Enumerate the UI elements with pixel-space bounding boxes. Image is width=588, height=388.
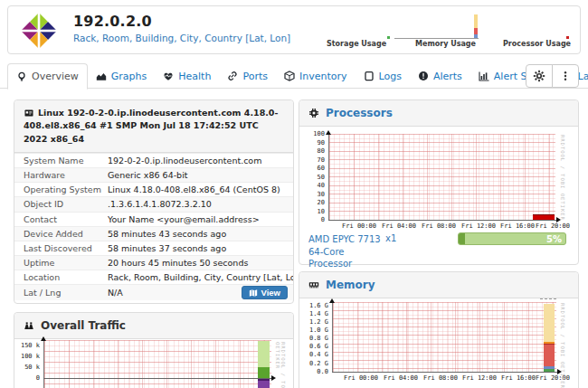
rrdtool-watermark: RRDTOOL / TOBI OETIKER [275,342,286,388]
y-tick: 0.2 G [299,360,328,367]
tab-logs[interactable]: Logs [356,63,410,89]
exclamation-circle-icon [418,71,429,81]
y-tick: 0.8 G [299,335,328,342]
table-row: ContactYour Name <your@email.address> [14,212,293,226]
row-label: Hardware [14,169,108,181]
tab-label: Inventory [299,71,347,82]
memory-icon [308,279,319,290]
rrdtool-watermark: RRDTOOL / TOBI OETIKER [560,135,565,221]
x-tick: Fri 20:00 [536,222,570,230]
lightbulb-icon [16,71,27,82]
tab-health[interactable]: Health [155,63,219,89]
x-tick: Fri 16:00 [501,374,536,382]
row-value: N/AView [108,285,293,300]
tab-label: Ports [242,71,268,82]
y-tick: 0.0 [299,368,328,375]
x-tick: Fri 04:00 [384,374,418,382]
y-tick: 0 [14,374,40,382]
y-tick: 50 [299,174,325,181]
centos-logo-icon [21,13,57,49]
area-chart-icon [96,71,107,81]
tab-alerts[interactable]: Alerts [410,63,470,89]
row-label: Device Added [14,228,108,240]
traffic-plot-area [43,340,271,388]
y-tick: 80 [299,147,325,155]
y-axis-arrow [329,298,335,303]
view-map-button[interactable]: View [242,286,288,299]
binoculars-icon [24,320,34,331]
memory-mini-bar-used [474,28,478,34]
row-value: Linux 4.18.0-408.el8.x86_64 (CentOS 8) [108,184,293,195]
row-label: Operating System [14,184,108,195]
y-tick: 1.2 G [299,318,328,326]
y-tick: 90 [299,139,325,147]
tab-inventory[interactable]: Inventory [276,63,356,89]
tab-label: Alerts [433,71,462,82]
device-toolbar [526,64,579,88]
system-info-panel: Linux 192-0-2-0.ip.linodeusercontent.com… [14,99,294,304]
y-tick: 1.6 G [299,302,328,309]
cpu-usage-progress-fill [459,233,465,244]
memory-total-line [540,298,556,299]
processors-header: Processors [299,100,578,127]
tab-label: Logs [379,71,402,82]
tab-ports[interactable]: Ports [219,63,276,89]
tab-label: Graphs [111,71,147,82]
cpu-usage-progress: 5% [458,232,566,245]
cpu-usage-percent: 5% [546,234,562,244]
row-label: System Name [14,155,108,166]
traffic-outbound-area [258,381,270,388]
row-value: 20 hours 45 minutes 50 seconds [108,257,293,269]
overall-traffic-panel: Overall Traffic 150 k 100 k 50 k 0 RRDTO… [14,312,294,388]
y-tick: 100 [299,130,325,137]
row-value: Rack, Room, Building, City, Country [Lat… [108,271,293,283]
device-location-link[interactable]: Rack, Room, Building, City, Country [Lat… [73,33,290,43]
tab-label: Overview [32,71,79,82]
x-tick: Fri 08:00 [422,222,456,230]
row-value: .1.3.6.1.4.1.8072.3.2.10 [108,198,293,210]
table-row: Last Discovered58 minutes 37 seconds ago [14,241,293,255]
bar-chart-icon [479,71,489,81]
y-tick: 1.4 G [299,310,328,317]
link-icon [227,71,238,81]
y-tick: 100 k [14,353,40,360]
address-card-icon [24,109,34,118]
table-row: LocationRack, Room, Building, City, Coun… [14,270,293,284]
row-label: Location [14,271,108,283]
processors-title[interactable]: Processors [326,107,393,119]
cpu-name-link[interactable]: AMD EPYC 7713 64-Core Processor [308,233,386,270]
tab-graphs[interactable]: Graphs [88,63,155,89]
memory-title[interactable]: Memory [326,279,375,291]
memory-panel: Memory 1.6 G 1.4 G 1.2 G 1.0 G 0.8 G 0.6… [299,271,579,388]
y-axis-arrow [326,130,331,135]
memory-plot-area [332,302,556,372]
row-label: Lat / Lng [14,287,108,298]
tab-overview[interactable]: Overview [7,63,88,90]
device-settings-button[interactable] [526,64,553,88]
cpu-icon [308,108,319,118]
x-tick: Fri 00:00 [342,222,376,230]
y-tick: 30 [299,191,325,198]
memory-cached-area [544,304,555,343]
tab-label: Health [178,71,211,82]
heartbeat-icon [163,71,174,81]
overall-traffic-title: Overall Traffic [41,319,126,332]
x-tick: Fri 16:00 [500,222,535,230]
x-tick: Fri 04:00 [382,222,416,230]
y-tick: 0 [299,216,325,223]
device-header-card: 192.0.2.0 Rack, Room, Building, City, Co… [7,5,581,54]
rrdtool-watermark: RRDTOOL / TOBI OETIKER [560,303,565,388]
memory-mini-bar-cached [474,14,478,28]
memory-header: Memory [299,272,578,298]
traffic-inbound-dark-area [258,367,270,378]
memory-mini-baseline [394,38,479,39]
table-row: Operating SystemLinux 4.18.0-408.el8.x86… [14,182,293,196]
device-more-button[interactable] [552,64,579,88]
traffic-inbound-area [258,341,270,367]
y-axis-arrow [41,336,46,341]
y-tick: 20 [299,199,325,206]
square-icon [364,71,375,81]
overall-traffic-header: Overall Traffic [14,313,293,339]
processors-panel: Processors 100 90 80 70 60 50 40 30 20 1… [299,99,579,265]
row-value: Generic x86 64-bit [108,169,293,181]
